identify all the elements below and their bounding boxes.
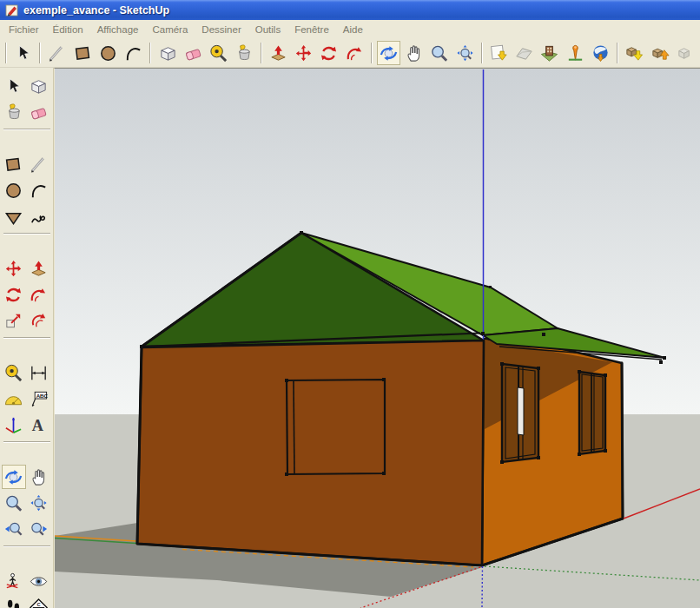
- tool-make-component-button[interactable]: [155, 41, 179, 65]
- tool-section-plane-button[interactable]: CR-S: [27, 595, 51, 608]
- tool-polygon-button[interactable]: [2, 204, 26, 228]
- tool-select-button[interactable]: [11, 41, 35, 65]
- tool-move-button[interactable]: [292, 41, 315, 65]
- tool-push-pull-button[interactable]: [267, 41, 290, 65]
- tool-text-button[interactable]: ABC: [27, 387, 51, 411]
- menu-fichier[interactable]: Fichier: [2, 22, 46, 37]
- rectangle-icon: [3, 155, 23, 175]
- tool-freehand-button[interactable]: [27, 204, 51, 228]
- move-icon: [294, 43, 314, 63]
- tool-scale-button[interactable]: [2, 308, 26, 333]
- tool-place-model-button[interactable]: [564, 41, 587, 65]
- tool-orbit-button[interactable]: [377, 41, 400, 65]
- menu-dessiner[interactable]: Dessiner: [195, 22, 248, 37]
- tool-share-component-button[interactable]: [674, 41, 697, 65]
- tool-arc-button[interactable]: [122, 41, 145, 65]
- tool-zoom-button[interactable]: [2, 491, 26, 515]
- tool-protractor-button[interactable]: [2, 387, 26, 411]
- tool-tape-measure-button[interactable]: [207, 41, 230, 65]
- tool-zoom-previous-button[interactable]: [2, 517, 26, 541]
- tool-zoom-extents-button[interactable]: [27, 491, 51, 515]
- open-window-gap: [518, 387, 524, 435]
- menu-aide[interactable]: Aide: [336, 22, 370, 37]
- menu-affichage[interactable]: Affichage: [90, 22, 146, 37]
- tool-rectangle-button[interactable]: [71, 41, 95, 65]
- move-icon: [3, 259, 23, 279]
- tape-measure-icon: [208, 43, 228, 63]
- menu-edition[interactable]: Édition: [46, 22, 90, 37]
- menu-outils[interactable]: Outils: [248, 22, 287, 37]
- follow-me-icon: [345, 43, 365, 63]
- tool-line-button[interactable]: [27, 152, 51, 176]
- right-window-2[interactable]: [579, 372, 605, 454]
- sketchup-app-icon: [5, 3, 19, 17]
- tool-line-button[interactable]: [45, 41, 69, 65]
- tool-make-component-button[interactable]: [27, 74, 51, 98]
- tool-circle-button[interactable]: [96, 41, 120, 65]
- tool-follow-me-button[interactable]: [27, 282, 51, 307]
- tool-tape-measure-button[interactable]: [2, 360, 26, 385]
- tool-zoom-next-button[interactable]: [27, 517, 51, 541]
- right-window-1[interactable]: [502, 364, 538, 462]
- tool-arc-button[interactable]: [27, 178, 51, 202]
- tool-orbit-button[interactable]: [2, 465, 26, 489]
- svg-text:A: A: [32, 417, 43, 434]
- orbit-icon: [379, 43, 399, 63]
- circle-icon: [98, 43, 118, 63]
- tool-follow-me-button[interactable]: [342, 41, 366, 65]
- pan-icon: [29, 467, 49, 487]
- tool-rotate-button[interactable]: [317, 41, 340, 65]
- tool-look-around-button[interactable]: [27, 569, 51, 593]
- tool-paint-bucket-button[interactable]: [2, 100, 26, 124]
- axes-icon: [3, 415, 23, 435]
- tool-share-models-button[interactable]: [648, 41, 671, 65]
- tool-dimension-button[interactable]: [27, 360, 51, 385]
- tool-pan-button[interactable]: [402, 41, 426, 65]
- house-front-wall[interactable]: [137, 340, 484, 565]
- tool-eraser-button[interactable]: [182, 41, 205, 65]
- freehand-icon: [29, 207, 49, 227]
- viewport-canvas[interactable]: [55, 69, 700, 608]
- menu-camera[interactable]: Caméra: [145, 22, 195, 37]
- tool-rotate-button[interactable]: [2, 282, 26, 307]
- google-earth-preview-icon: [591, 43, 611, 63]
- tool-move-button[interactable]: [2, 256, 26, 281]
- tape-measure-icon: [3, 363, 23, 383]
- tool-zoom-extents-button[interactable]: [453, 41, 477, 65]
- main-area: ABCACR-S: [0, 68, 700, 608]
- follow-me-icon: [29, 285, 49, 305]
- eraser-icon: [183, 43, 203, 63]
- eraser-icon: [29, 102, 49, 122]
- tool-3d-text-button[interactable]: A: [27, 413, 51, 437]
- tool-google-earth-preview-button[interactable]: [589, 41, 612, 65]
- tool-rectangle-button[interactable]: [2, 152, 26, 176]
- tool-paint-bucket-button[interactable]: [232, 41, 255, 65]
- polygon-icon: [3, 207, 23, 227]
- tool-circle-button[interactable]: [2, 178, 26, 202]
- tool-add-location-button[interactable]: [487, 41, 511, 65]
- tool-toggle-terrain-button[interactable]: [512, 41, 536, 65]
- share-component-icon: [676, 43, 696, 63]
- pan-icon: [404, 43, 424, 63]
- menu-fenetre[interactable]: Fenêtre: [287, 22, 336, 37]
- toggle-terrain-icon: [514, 43, 534, 63]
- tool-get-models-button[interactable]: [623, 41, 646, 65]
- tool-push-pull-button[interactable]: [27, 256, 51, 281]
- tool-pan-button[interactable]: [27, 465, 51, 489]
- left-toolbar: ABCACR-S: [0, 68, 54, 608]
- line-icon: [29, 155, 49, 175]
- paint-bucket-icon: [234, 43, 254, 63]
- offset-icon: [29, 311, 49, 331]
- tool-photo-textures-button[interactable]: [538, 41, 561, 65]
- position-camera-icon: [3, 572, 23, 591]
- tool-select-button[interactable]: [2, 74, 26, 98]
- zoom-extents-icon: [455, 43, 475, 63]
- tool-walk-button[interactable]: [2, 595, 26, 608]
- tool-eraser-button[interactable]: [27, 100, 51, 124]
- tool-offset-button[interactable]: [27, 308, 51, 333]
- window-title: exemple_avance - SketchUp: [23, 4, 169, 17]
- tool-axes-button[interactable]: [2, 413, 26, 437]
- tool-position-camera-button[interactable]: [2, 569, 26, 593]
- viewport[interactable]: [54, 68, 700, 608]
- tool-zoom-button[interactable]: [427, 41, 451, 65]
